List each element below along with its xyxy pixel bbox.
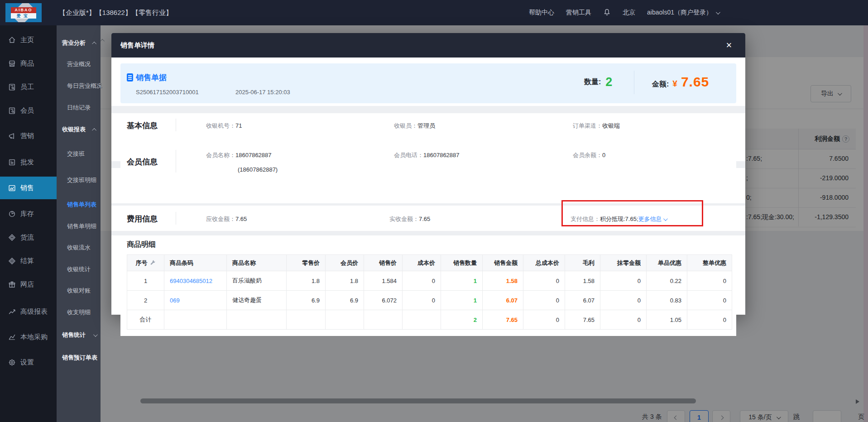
sidebar-item-inventory[interactable]: 库存 bbox=[0, 203, 57, 225]
sidebar-item-settings[interactable]: 设置 bbox=[0, 351, 57, 373]
submenu-item-daily-business-overview[interactable]: 每日营业概况 bbox=[57, 80, 101, 92]
sidebar-item-products[interactable]: 商品 bbox=[0, 53, 57, 74]
sale-amount-cell: 6.07 bbox=[483, 291, 523, 310]
submenu-item-sales-order-list[interactable]: 销售单列表 bbox=[57, 199, 101, 211]
dialog-header: 销售单详情 × bbox=[111, 33, 745, 58]
col-header-sale-price[interactable]: 销售价 bbox=[364, 255, 403, 271]
sidebar-label: 结算 bbox=[20, 257, 34, 265]
sidebar-label: 商品 bbox=[20, 59, 34, 68]
submenu-item-sales-order-detail[interactable]: 销售单明细 bbox=[57, 221, 101, 232]
total-label-cell: 合计 bbox=[127, 310, 164, 330]
basic-info-section: 基本信息 收银机号：71 收银员：管理员 订单渠道：收银端 bbox=[120, 113, 736, 137]
sidebar-item-local-purchase[interactable]: 本地采购 bbox=[0, 326, 57, 348]
section-divider bbox=[176, 212, 176, 225]
sidebar-item-advanced-reports[interactable]: 高级报表 bbox=[0, 301, 57, 322]
close-icon[interactable]: × bbox=[723, 39, 735, 52]
help-center-link[interactable]: 帮助中心 bbox=[529, 9, 554, 17]
dialog-title: 销售单详情 bbox=[120, 33, 154, 58]
sidebar-label: 货流 bbox=[20, 233, 34, 242]
member-name-field: 会员名称：18607862887 bbox=[206, 151, 272, 159]
submenu-group-business-analysis[interactable]: 营业分析 bbox=[57, 37, 101, 49]
city-selector[interactable]: 北京 bbox=[623, 9, 635, 17]
section-gap bbox=[111, 231, 745, 235]
products-header-row: 序号 商品条码 商品名称 零售价 会员价 销售价 成本价 销售数量 销售金额 总… bbox=[127, 255, 732, 271]
sale-amount-cell: 1.58 bbox=[483, 271, 523, 291]
member-name-alias: (18607862887) bbox=[238, 166, 278, 173]
sidebar-item-members[interactable]: 会员 bbox=[0, 100, 57, 121]
submenu-item-business-overview[interactable]: 营业概况 bbox=[57, 58, 101, 70]
col-header-item-discount[interactable]: 单品优惠 bbox=[647, 255, 687, 271]
total-qty-cell: 2 bbox=[441, 310, 483, 330]
column-settings-icon[interactable] bbox=[149, 259, 156, 266]
submenu-item-shift-handover[interactable]: 交接班 bbox=[57, 148, 101, 160]
col-header-order-discount[interactable]: 整单优惠 bbox=[687, 255, 732, 271]
col-header-retail-price[interactable]: 零售价 bbox=[287, 255, 326, 271]
sidebar-item-marketing[interactable]: 营销 bbox=[0, 125, 57, 147]
sidebar-item-logistics[interactable]: 货流 bbox=[0, 226, 57, 248]
submenu-item-sales-preorder-report[interactable]: 销售预订单表 bbox=[57, 352, 101, 364]
product-name-cell: 百乐滋酸奶 bbox=[227, 271, 287, 291]
col-header-rounding[interactable]: 抹零金额 bbox=[600, 255, 647, 271]
submenu-item-income-expense-detail[interactable]: 收支明细 bbox=[57, 307, 101, 318]
total-amount-cell: 7.65 bbox=[483, 310, 523, 330]
sale-qty-cell: 1 bbox=[441, 291, 483, 310]
cashier-machine-field: 收银机号：71 bbox=[206, 122, 242, 130]
marketing-tools-link[interactable]: 营销工具 bbox=[566, 9, 591, 17]
receipt-title: 销售单据 bbox=[136, 72, 167, 83]
sidebar-label: 会员 bbox=[20, 106, 34, 115]
sidebar-item-staff[interactable]: 员工 bbox=[0, 76, 57, 98]
user-menu[interactable]: aibaols01（商户登录） bbox=[647, 9, 719, 17]
receivable-amount-field: 应收金额：7.65 bbox=[206, 215, 247, 223]
topbar-right-nav: 帮助中心 营销工具 北京 aibaols01（商户登录） bbox=[529, 0, 719, 25]
col-header-total-cost[interactable]: 总成本价 bbox=[523, 255, 565, 271]
notification-bell-icon[interactable] bbox=[603, 8, 611, 18]
top-bar: AIBAO 爱宝 【企业版*】【138622】【零售行业】 帮助中心 营销工具 … bbox=[0, 0, 868, 25]
sidebar-item-wholesale[interactable]: 批发 bbox=[0, 151, 57, 173]
section-gap bbox=[111, 106, 745, 113]
col-header-cost-price[interactable]: 成本价 bbox=[403, 255, 441, 271]
report-submenu: 营业分析 营业概况 每日营业概况 日结记录 收银报表 交接班 交接班明细 销售单… bbox=[57, 25, 101, 422]
section-divider bbox=[176, 119, 176, 131]
sidebar-item-settlement[interactable]: 结算 bbox=[0, 250, 57, 272]
col-header-member-price[interactable]: 会员价 bbox=[326, 255, 364, 271]
sidebar-item-home[interactable]: 主页 bbox=[0, 29, 57, 51]
receipt-document-icon bbox=[127, 73, 133, 82]
col-header-name[interactable]: 商品名称 bbox=[227, 255, 287, 271]
sidebar-item-online-store[interactable]: 网店 bbox=[0, 273, 57, 295]
barcode-link[interactable]: 069 bbox=[164, 291, 227, 310]
submenu-item-shift-handover-detail[interactable]: 交接班明细 bbox=[57, 174, 101, 186]
seq-cell: 2 bbox=[127, 291, 164, 310]
app-screen: AIBAO 爱宝 【企业版*】【138622】【零售行业】 帮助中心 营销工具 … bbox=[0, 0, 868, 422]
col-header-sale-amount[interactable]: 销售金额 bbox=[483, 255, 523, 271]
sale-qty-cell: 1 bbox=[441, 271, 483, 291]
submenu-item-day-end-records[interactable]: 日结记录 bbox=[57, 102, 101, 114]
dialog-body: 销售单据 S250617152003710001 2025-06-17 15:2… bbox=[111, 58, 745, 315]
sidebar-item-sales[interactable]: 销售 bbox=[0, 177, 57, 199]
payment-info-highlight-box bbox=[561, 200, 703, 226]
col-header-gross-profit[interactable]: 毛利 bbox=[565, 255, 600, 271]
summary-divider bbox=[634, 71, 634, 94]
section-label: 基本信息 bbox=[127, 120, 158, 131]
main-sidebar: 主页 商品 员工 会员 营销 批发 销售 库存 bbox=[0, 25, 57, 422]
submenu-item-cashier-statistics[interactable]: 收银统计 bbox=[57, 264, 101, 275]
brand-logo[interactable]: AIBAO 爱宝 bbox=[5, 3, 42, 22]
sidebar-label: 网店 bbox=[20, 280, 34, 289]
member-info-section: 会员信息 会员名称：18607862887 (18607862887) 会员电话… bbox=[120, 144, 736, 179]
order-number: S250617152003710001 bbox=[136, 89, 199, 96]
col-header-sale-qty[interactable]: 销售数量 bbox=[441, 255, 483, 271]
submenu-group-cashier-reports[interactable]: 收银报表 bbox=[57, 124, 101, 135]
col-header-barcode[interactable]: 商品条码 bbox=[164, 255, 227, 271]
amount-value: 7.65 bbox=[681, 74, 709, 90]
received-amount-field: 实收金额：7.65 bbox=[389, 215, 430, 223]
logo-text-bottom: 爱宝 bbox=[11, 13, 36, 19]
products-title: 商品明细 bbox=[127, 240, 156, 249]
barcode-link[interactable]: 6940304685012 bbox=[164, 271, 227, 291]
section-divider bbox=[176, 150, 176, 173]
submenu-group-sales-statistics[interactable]: 销售统计 bbox=[57, 329, 101, 341]
col-header-seq[interactable]: 序号 bbox=[127, 255, 164, 271]
sidebar-label: 库存 bbox=[20, 210, 34, 218]
submenu-item-cashier-reconciliation[interactable]: 收银对账 bbox=[57, 285, 101, 297]
submenu-item-cashier-flow[interactable]: 收银流水 bbox=[57, 242, 101, 254]
user-name: aibaols01（商户登录） bbox=[647, 9, 712, 17]
workspace-title: 【企业版*】【138622】【零售行业】 bbox=[59, 0, 173, 25]
